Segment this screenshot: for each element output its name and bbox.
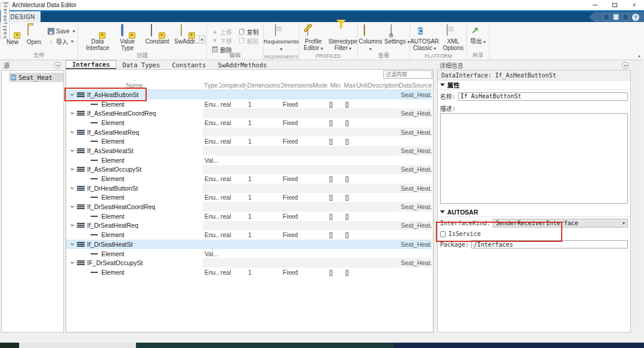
swaddr-button[interactable]: SwAddr... <box>173 24 202 54</box>
collapse-chevron-icon[interactable] <box>70 130 74 133</box>
interface-row[interactable]: If_AsHeatButtonStSeat_Heat... <box>66 90 433 100</box>
column-header-min[interactable]: Min <box>327 79 343 89</box>
element-row[interactable]: ElementEnu...real1Fixed[][] <box>66 136 433 146</box>
is-service-checkbox[interactable] <box>440 231 446 237</box>
maximize-button[interactable] <box>605 0 624 10</box>
interface-row[interactable]: If_DrSeatHeatCoordReqSeat_Heat... <box>66 202 433 212</box>
interface-row[interactable]: If_AsSeatHeatStSeat_Heat... <box>66 146 433 156</box>
element-row[interactable]: ElementEnu...real1Fixed[][] <box>66 212 433 221</box>
open-button[interactable]: Open <box>24 24 44 54</box>
quick-save-icon[interactable] <box>603 14 609 20</box>
name-field[interactable] <box>458 92 628 101</box>
element-row[interactable]: ElementEnu...real1Fixed[][] <box>66 268 433 277</box>
tab-constants[interactable]: Constants <box>166 60 212 69</box>
collapse-chevron-icon[interactable] <box>70 167 74 171</box>
interface-kind-dropdown[interactable]: SenderReceiverInterface ▼ <box>493 219 628 228</box>
package-field[interactable] <box>471 240 628 248</box>
empty-cell <box>281 146 327 156</box>
element-name-cell: Element <box>66 193 203 203</box>
interface-row[interactable]: IF_DrSeatOccupyStSeat_Heat... <box>66 258 433 268</box>
columns-button[interactable]: Columns <box>358 24 383 54</box>
collapse-ribbon-button[interactable]: ▴ <box>638 53 640 58</box>
interface-row[interactable]: If_AsSeatOccupyStSeat_Heat... <box>66 165 433 175</box>
export-button[interactable]: ↗ 导出 <box>468 24 488 54</box>
empty-cell <box>343 258 356 268</box>
quick-copy-icon[interactable] <box>613 14 619 20</box>
constant-button[interactable]: Constant <box>143 24 172 54</box>
create-overflow-button[interactable]: ▾ <box>199 35 205 44</box>
column-header-unit[interactable]: Unit <box>356 79 368 89</box>
collapse-chevron-icon[interactable] <box>70 111 74 114</box>
filter-input[interactable] <box>383 70 432 79</box>
column-header-dimensionsmode[interactable]: DimensionsMode <box>281 79 327 89</box>
profile-editor-button[interactable]: Profile Editor <box>299 24 327 54</box>
column-header-dimensions[interactable]: Dimensions <box>246 79 281 89</box>
autosar-classic-button[interactable]: C AUTOSAR Classic <box>410 24 439 54</box>
empty-cell <box>246 146 281 156</box>
collapse-chevron-icon[interactable] <box>70 242 74 246</box>
collapse-chevron-icon[interactable] <box>70 260 74 264</box>
interface-row[interactable]: If_DrSeatHeatStSeat_Heat... <box>66 240 433 249</box>
tab-interfaces[interactable]: Interfaces <box>66 60 116 69</box>
tree-item-seat-heat[interactable]: Seat_Heat <box>9 73 63 82</box>
interface-row[interactable]: If_DrSeatHeatReqSeat_Heat... <box>66 221 433 231</box>
element-icon <box>91 141 98 142</box>
move-down-button[interactable]: ▼下移 <box>212 37 232 44</box>
element-row[interactable]: ElementEnu...real1Fixed[][] <box>66 230 433 240</box>
empty-cell <box>203 202 219 212</box>
tab-data-types[interactable]: Data Types <box>116 60 166 69</box>
element-row[interactable]: ElementEnu...real1Fixed[][] <box>66 174 433 184</box>
xml-options-button[interactable]: XML Options <box>440 24 466 54</box>
column-header-description[interactable]: Description <box>368 79 399 89</box>
save-button[interactable]: Save▾ <box>48 28 75 35</box>
import-button[interactable]: ↓ 导入▾ <box>48 37 75 46</box>
tab-stereotypes[interactable]: Stereotypes <box>1 2 10 39</box>
collapse-chevron-icon[interactable] <box>70 204 74 208</box>
collapse-chevron-icon[interactable] <box>70 92 74 96</box>
details-panel-collapse-button[interactable] <box>622 62 628 69</box>
collapse-chevron-icon[interactable] <box>70 223 74 227</box>
empty-cell <box>246 258 281 268</box>
autosar-section-header[interactable]: AUTOSAR <box>438 207 630 217</box>
properties-section-header[interactable]: 属性 <box>438 80 630 90</box>
requirements-button[interactable]: Requirements <box>264 24 299 54</box>
interface-icon <box>77 148 85 153</box>
collapse-chevron-icon[interactable] <box>70 148 74 152</box>
source-panel-collapse-button[interactable] <box>54 62 61 69</box>
column-header-complexity[interactable]: Complexity <box>219 79 246 89</box>
element-row[interactable]: ElementVal... <box>66 249 433 259</box>
quick-paste-icon[interactable] <box>623 14 628 20</box>
element-row[interactable]: ElementEnu...real1Fixed[][] <box>66 100 433 109</box>
element-row[interactable]: ElementEnu...real1Fixed[][] <box>66 193 433 203</box>
column-header-type[interactable]: Type <box>203 79 219 89</box>
interface-row[interactable]: If_AsSeatHeatCoordReqSeat_Heat... <box>66 108 433 118</box>
max-cell: [] <box>343 268 356 277</box>
paste-icon <box>239 38 244 44</box>
group-label-file: 文件 <box>0 51 78 59</box>
datasource-cell <box>399 230 432 240</box>
tab-design[interactable]: DESIGN <box>5 11 41 22</box>
min-cell: [] <box>327 174 343 184</box>
element-icon <box>91 253 98 254</box>
tab-swaddrmethods[interactable]: SwAddrMethods <box>212 60 273 69</box>
empty-cell <box>327 108 343 118</box>
interface-row[interactable]: If_AsSeatHeatReqSeat_Heat... <box>66 128 433 137</box>
interface-row[interactable]: If_DrHeatButtonStSeat_Heat... <box>66 184 433 193</box>
description-field[interactable] <box>440 113 628 204</box>
copy-button[interactable]: 复制 <box>238 28 259 35</box>
collapse-chevron-icon[interactable] <box>70 186 74 189</box>
column-header-name[interactable]: Name^ <box>66 79 203 89</box>
paste-button[interactable]: 粘贴 <box>238 37 259 44</box>
column-header-max[interactable]: Max <box>343 79 356 89</box>
help-icon[interactable]: ? <box>632 14 639 21</box>
element-row[interactable]: ElementVal... <box>66 156 433 165</box>
column-header-datasource[interactable]: DataSource <box>399 79 432 89</box>
minimize-button[interactable] <box>585 0 605 10</box>
move-up-button[interactable]: ▲上移 <box>212 28 232 35</box>
close-button[interactable]: × <box>624 0 644 10</box>
stereotype-filter-button[interactable]: Stereotype Filter <box>329 24 357 54</box>
element-row[interactable]: ElementEnu...real1Fixed[][] <box>66 118 433 128</box>
value-type-button[interactable]: Value Type <box>113 24 142 54</box>
data-interface-button[interactable]: Data Interface <box>83 24 112 54</box>
settings-button[interactable]: Settings <box>385 24 410 54</box>
